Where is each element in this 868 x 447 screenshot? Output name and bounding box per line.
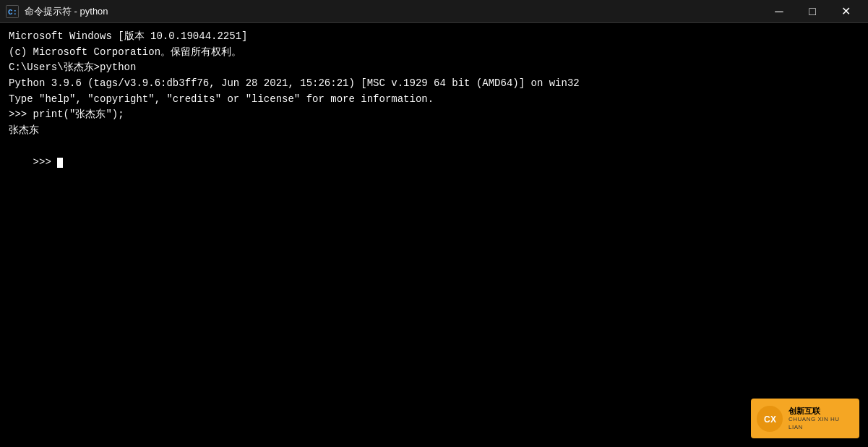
terminal-area[interactable]: Microsoft Windows [版本 10.0.19044.2251] (… (0, 23, 868, 447)
title-bar-controls: ─ □ ✕ (762, 0, 862, 23)
terminal-line-9: >>> (9, 139, 859, 186)
watermark-cn-text: 创新互联 (788, 406, 854, 416)
terminal-line-8: 张杰东 (9, 123, 859, 139)
window-title: 命令提示符 - python (25, 5, 108, 18)
terminal-line-6: Type "help", "copyright", "credits" or "… (9, 92, 859, 108)
terminal-line-1: Microsoft Windows [版本 10.0.19044.2251] (9, 29, 859, 45)
cmd-icon: C:\ (6, 5, 19, 18)
cursor (57, 158, 63, 168)
close-button[interactable]: ✕ (829, 0, 862, 23)
terminal-line-7: >>> print("张杰东"); (9, 107, 859, 123)
watermark-badge: C X 创新互联 CHUANG XIN HU LIAN (751, 399, 859, 438)
minimize-button[interactable]: ─ (762, 0, 796, 23)
terminal-line-5: Python 3.9.6 (tags/v3.9.6:db3ff76, Jun 2… (9, 76, 859, 92)
svg-text:C:\: C:\ (8, 8, 18, 17)
title-bar-left: C:\ 命令提示符 - python (6, 5, 108, 18)
watermark-text: 创新互联 CHUANG XIN HU LIAN (788, 406, 854, 431)
watermark-logo: C X (757, 406, 783, 432)
restore-button[interactable]: □ (796, 0, 829, 23)
terminal-line-2: (c) Microsoft Corporation。保留所有权利。 (9, 45, 859, 61)
watermark-en-text: CHUANG XIN HU LIAN (788, 416, 854, 431)
title-bar: C:\ 命令提示符 - python ─ □ ✕ (0, 0, 868, 23)
terminal-line-4: C:\Users\张杰东>python (9, 60, 859, 76)
svg-text:X: X (770, 414, 776, 425)
svg-text:C: C (764, 414, 770, 425)
